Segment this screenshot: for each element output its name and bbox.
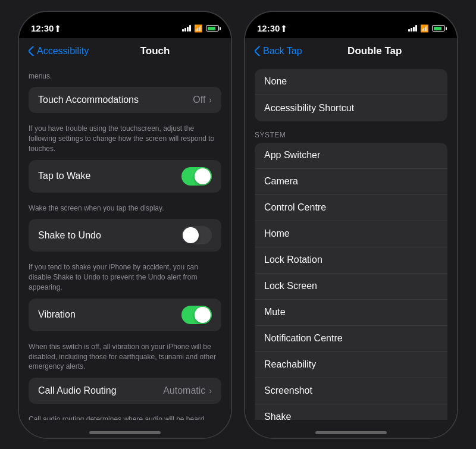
call-audio-row[interactable]: Call Audio Routing Automatic ›: [29, 378, 221, 404]
location-icon: [55, 25, 60, 32]
time-1: 12:30: [31, 23, 60, 33]
lock-rotation-label: Lock Rotation: [264, 255, 438, 265]
chevron-left-icon-2: [255, 46, 261, 56]
screenshot-option[interactable]: Screenshot: [255, 378, 447, 404]
nav-bar-1: Accessibility Touch: [19, 38, 231, 64]
tap-to-wake-label: Tap to Wake: [38, 171, 181, 181]
shake-to-undo-row: Shake to Undo: [29, 219, 221, 252]
touch-accommodations-chevron: ›: [209, 95, 212, 105]
control-centre-label: Control Centre: [264, 202, 438, 213]
reachability-option[interactable]: Reachability: [255, 352, 447, 378]
tap-to-wake-toggle[interactable]: [181, 167, 212, 186]
notch-2: [312, 12, 390, 29]
mute-option[interactable]: Mute: [255, 300, 447, 326]
none-label: None: [264, 76, 438, 87]
tap-to-wake-row: Tap to Wake: [29, 160, 221, 193]
vibration-toggle[interactable]: [181, 306, 212, 324]
call-audio-desc: Call audio routing determines where audi…: [19, 411, 231, 419]
system-items-section: App Switcher Camera Control Centre Home …: [255, 143, 447, 420]
home-indicator-2: [245, 420, 457, 438]
call-audio-chevron: ›: [209, 386, 212, 395]
control-centre-option[interactable]: Control Centre: [255, 195, 447, 221]
home-indicator-1: [19, 420, 231, 438]
call-audio-value: Automatic: [163, 385, 205, 396]
call-audio-section: Call Audio Routing Automatic ›: [29, 378, 221, 404]
home-label: Home: [264, 228, 438, 239]
tap-to-wake-desc: Wake the screen when you tap the display…: [19, 200, 231, 219]
scroll-area-1: menus. Touch Accommodations Off › If you…: [19, 64, 231, 420]
menu-context-text: menus.: [19, 69, 231, 87]
touch-acc-desc: If you have trouble using the touchscree…: [19, 120, 231, 159]
signal-icon: [182, 25, 191, 32]
tap-to-wake-section: Tap to Wake: [29, 160, 221, 193]
camera-option[interactable]: Camera: [255, 169, 447, 195]
camera-label: Camera: [264, 176, 438, 187]
wifi-icon-2: 📶: [420, 24, 429, 33]
chevron-left-icon: [29, 46, 35, 56]
none-option[interactable]: None: [255, 69, 447, 95]
touch-accommodations-label: Touch Accommodations: [38, 95, 193, 105]
accessibility-shortcut-label: Accessibility Shortcut: [264, 103, 438, 114]
reachability-label: Reachability: [264, 359, 438, 370]
lock-screen-option[interactable]: Lock Screen: [255, 274, 447, 300]
wifi-icon: 📶: [194, 24, 203, 33]
back-button-2[interactable]: Back Tap: [255, 46, 302, 56]
screen-content-1: menus. Touch Accommodations Off › If you…: [19, 64, 231, 420]
touch-accommodations-row[interactable]: Touch Accommodations Off ›: [29, 87, 221, 113]
app-switcher-option[interactable]: App Switcher: [255, 143, 447, 169]
vibration-row: Vibration: [29, 299, 221, 331]
signal-icon-2: [408, 25, 417, 32]
phone-2: 12:30 📶 Back Tap: [244, 11, 458, 439]
shake-to-undo-section: Shake to Undo: [29, 219, 221, 252]
touch-accommodations-section: Touch Accommodations Off ›: [29, 87, 221, 113]
notch: [86, 12, 164, 29]
shake-label: Shake: [264, 412, 438, 420]
shake-option[interactable]: Shake: [255, 404, 447, 420]
vibration-section: Vibration: [29, 299, 221, 331]
battery-icon: [206, 25, 219, 32]
top-options-section: None Accessibility Shortcut: [255, 69, 447, 121]
mute-label: Mute: [264, 307, 438, 318]
nav-bar-2: Back Tap Double Tap: [245, 38, 457, 64]
vibration-desc: When this switch is off, all vibration o…: [19, 338, 231, 378]
notification-centre-option[interactable]: Notification Centre: [255, 326, 447, 352]
screenshot-label: Screenshot: [264, 385, 438, 396]
nav-title-2: Double Tap: [302, 45, 447, 57]
phone-1: 12:30 📶 Accessibil: [18, 11, 232, 439]
app-switcher-label: App Switcher: [264, 150, 438, 161]
shake-to-undo-label: Shake to Undo: [38, 230, 181, 241]
lock-screen-label: Lock Screen: [264, 281, 438, 291]
time-2: 12:30: [257, 23, 286, 33]
accessibility-shortcut-option[interactable]: Accessibility Shortcut: [255, 95, 447, 121]
touch-accommodations-value: Off: [193, 95, 205, 105]
shake-desc: If you tend to shake your iPhone by acci…: [19, 259, 231, 298]
lock-rotation-option[interactable]: Lock Rotation: [255, 247, 447, 274]
shake-to-undo-toggle[interactable]: [181, 226, 212, 244]
call-audio-label: Call Audio Routing: [38, 385, 163, 396]
location-icon-2: [281, 25, 286, 32]
home-option[interactable]: Home: [255, 221, 447, 247]
screen-content-2: None Accessibility Shortcut SYSTEM App S…: [245, 64, 457, 420]
status-icons-2: 📶: [408, 24, 445, 33]
system-section-header: SYSTEM: [245, 128, 457, 143]
battery-icon-2: [432, 25, 445, 32]
notification-centre-label: Notification Centre: [264, 333, 438, 344]
nav-title-1: Touch: [89, 45, 221, 57]
status-icons-1: 📶: [182, 24, 219, 33]
back-button-1[interactable]: Accessibility: [29, 46, 89, 56]
vibration-label: Vibration: [38, 309, 181, 320]
scroll-area-2: None Accessibility Shortcut SYSTEM App S…: [245, 64, 457, 420]
